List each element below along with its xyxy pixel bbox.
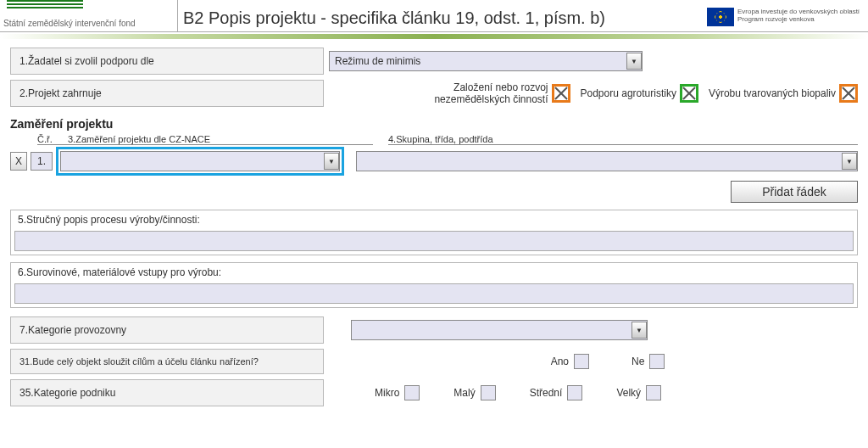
chk-label-agrotourism: Podporu agroturistiky [581, 87, 676, 99]
dropdown-support-type-value: Režimu de minimis [335, 55, 420, 67]
dropdown-arrow-icon[interactable]: ▼ [626, 53, 642, 70]
eu-block: Evropa investuje do venkovských oblastí … [707, 6, 868, 26]
label-process-description: 5.Stručný popis procesu výroby/činnosti: [11, 210, 857, 229]
label-velky: Velký [616, 387, 641, 399]
eu-line1: Evropa investuje do venkovských oblastí [737, 8, 860, 15]
radio-ano[interactable] [574, 354, 589, 369]
label-maly: Malý [453, 387, 475, 399]
page-header: Státní zemědělský intervenční fond B2 Po… [0, 0, 868, 32]
checkbox-agrotourism[interactable] [680, 84, 698, 103]
check-stredni[interactable] [567, 385, 582, 400]
page-title: B2 Popis projektu - specifika článku 19,… [178, 3, 707, 28]
chk-label-biofuel: Výrobu tvarovaných biopaliv [709, 87, 836, 99]
label-project-includes: 2.Projekt zahrnuje [10, 80, 324, 107]
radio-ne[interactable] [649, 354, 665, 369]
check-maly[interactable] [481, 385, 496, 400]
col-head-cznace: 3.Zaměření projektu dle CZ-NACE [68, 134, 373, 145]
col-head-group: 4.Skupina, třída, podtřída [388, 134, 858, 145]
row-number: 1. [31, 152, 53, 171]
eu-line2: Program rozvoje venkova [737, 15, 860, 23]
label-serves-purpose: 31.Bude celý objekt sloužit cílům a účel… [10, 349, 324, 374]
checkbox-nonagri[interactable] [552, 84, 570, 103]
dropdown-facility-category[interactable]: ▼ [351, 320, 648, 340]
dropdown-arrow-icon[interactable]: ▼ [324, 153, 339, 170]
szif-logo-stripes [7, 0, 83, 10]
eu-flag-icon [707, 8, 734, 26]
checkbox-biofuel[interactable] [839, 84, 858, 103]
dropdown-cznace[interactable]: ▼ [60, 151, 340, 171]
check-velky[interactable] [646, 385, 661, 400]
agency-name: Státní zemědělský intervenční fond [3, 19, 136, 28]
label-ne: Ne [632, 356, 644, 367]
dropdown-group[interactable]: ▼ [356, 151, 858, 171]
field-process-description: 5.Stručný popis procesu výroby/činnosti: [10, 210, 858, 255]
label-stredni: Střední [530, 387, 563, 399]
label-mikro: Mikro [375, 387, 399, 399]
gradient-divider [0, 34, 868, 39]
label-company-category: 35.Kategorie podniku [10, 379, 324, 406]
textarea-material-inputs[interactable] [14, 283, 854, 304]
field-material-inputs: 6.Surovinové, materiálové vstupy pro výr… [10, 262, 858, 308]
label-ano: Ano [551, 356, 569, 367]
delete-row-button[interactable]: X [10, 152, 27, 171]
add-row-button[interactable]: Přidat řádek [731, 181, 858, 203]
dropdown-support-type[interactable]: Režimu de minimis ▼ [329, 51, 643, 71]
dropdown-arrow-icon[interactable]: ▼ [632, 322, 647, 339]
textarea-process-description[interactable] [14, 231, 854, 251]
section-title-focus: Zaměření projektu [10, 117, 858, 131]
agency-block: Státní zemědělský intervenční fond [0, 0, 178, 31]
label-facility-category: 7.Kategorie provozovny [10, 316, 324, 344]
dropdown-arrow-icon[interactable]: ▼ [842, 153, 857, 170]
col-head-cr: Č.ř. [37, 134, 68, 145]
chk-label-nonagri: Založení nebo rozvoj nezemědělských činn… [413, 81, 548, 105]
label-material-inputs: 6.Surovinové, materiálové vstupy pro výr… [11, 263, 857, 282]
highlight-frame: ▼ [56, 147, 344, 176]
check-mikro[interactable] [404, 385, 420, 400]
label-support-type: 1.Žadatel si zvolil podporu dle [10, 48, 324, 75]
